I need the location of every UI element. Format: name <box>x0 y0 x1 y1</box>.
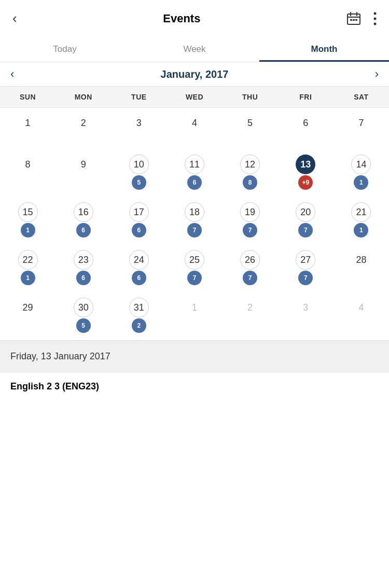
calendar-day[interactable]: 166 <box>55 197 111 245</box>
day-header-sun: SUN <box>0 87 55 107</box>
calendar-day[interactable]: 1 <box>0 108 55 149</box>
date-number: 21 <box>351 202 371 222</box>
page-title: Events <box>163 12 200 25</box>
calendar-day[interactable]: 236 <box>55 245 111 292</box>
calendar-day[interactable]: 9 <box>55 149 111 197</box>
event-count-badge: 6 <box>132 271 146 285</box>
date-number: 10 <box>129 155 149 174</box>
date-number: 2 <box>74 113 93 133</box>
date-number: 28 <box>351 250 371 270</box>
more-options-button[interactable] <box>371 10 379 27</box>
calendar-day[interactable]: 2 <box>223 292 278 340</box>
calendar-day[interactable]: 4 <box>166 108 222 149</box>
next-month-button[interactable]: › <box>365 67 389 81</box>
event-count-badge: 7 <box>243 223 257 237</box>
date-number: 4 <box>185 113 204 133</box>
date-number: 16 <box>74 202 93 222</box>
calendar-day[interactable]: 6 <box>278 108 334 149</box>
prev-month-button[interactable]: ‹ <box>0 67 24 81</box>
event-count-badge: 7 <box>298 271 313 285</box>
event-count-badge: 6 <box>187 175 202 190</box>
date-number: 3 <box>129 113 149 133</box>
calendar-day[interactable]: 3 <box>278 292 334 340</box>
calendar-day[interactable]: 116 <box>166 149 222 197</box>
event-count-badge: 6 <box>132 223 146 237</box>
back-button[interactable]: ‹ <box>10 8 19 29</box>
calendar-day[interactable]: 128 <box>223 149 278 197</box>
date-number: 18 <box>185 202 204 222</box>
calendar-day[interactable]: 151 <box>0 197 55 245</box>
date-number: 30 <box>74 298 93 317</box>
calendar-grid: 12345678910511612813+9141151166176187197… <box>0 108 389 340</box>
svg-rect-4 <box>350 19 352 21</box>
date-number: 31 <box>129 298 149 317</box>
svg-point-9 <box>373 22 376 25</box>
event-count-badge: 7 <box>187 271 202 285</box>
event-count-badge: 1 <box>21 271 35 285</box>
date-number: 17 <box>129 202 149 222</box>
calendar-day[interactable]: 221 <box>0 245 55 292</box>
day-headers: SUN MON TUE WED THU FRI SAT <box>0 87 389 108</box>
event-count-badge: 7 <box>298 223 313 237</box>
event-count-badge: 1 <box>354 223 368 237</box>
date-number: 22 <box>18 250 38 270</box>
day-header-thu: THU <box>223 87 278 107</box>
date-number: 27 <box>296 250 315 270</box>
day-header-wed: WED <box>166 87 222 107</box>
date-number: 6 <box>296 113 315 133</box>
calendar-day[interactable]: 211 <box>334 197 389 245</box>
calendar-day[interactable]: 13+9 <box>278 149 334 197</box>
calendar-day[interactable]: 8 <box>0 149 55 197</box>
calendar-day[interactable]: 176 <box>111 197 166 245</box>
tab-week[interactable]: Week <box>130 37 259 62</box>
calendar-day[interactable]: 1 <box>166 292 222 340</box>
date-number: 15 <box>18 202 38 222</box>
calendar-day[interactable]: 29 <box>0 292 55 340</box>
event-count-badge: 5 <box>132 175 146 190</box>
calendar-day[interactable]: 141 <box>334 149 389 197</box>
header-icons <box>344 9 379 28</box>
calendar-day[interactable]: 305 <box>55 292 111 340</box>
calendar-day[interactable]: 187 <box>166 197 222 245</box>
tab-today[interactable]: Today <box>0 37 130 62</box>
calendar-day[interactable]: 257 <box>166 245 222 292</box>
calendar-day[interactable]: 5 <box>223 108 278 149</box>
event-count-badge: 7 <box>187 223 202 237</box>
event-title: English 2 3 (ENG23) <box>10 381 99 391</box>
date-number: 24 <box>129 250 149 270</box>
date-number: 19 <box>240 202 260 222</box>
calendar-day[interactable]: 277 <box>278 245 334 292</box>
svg-rect-6 <box>355 19 357 21</box>
date-number: 13 <box>296 155 315 174</box>
calendar-day[interactable]: 3 <box>111 108 166 149</box>
calendar-day[interactable]: 2 <box>55 108 111 149</box>
tab-month[interactable]: Month <box>259 37 389 62</box>
calendar-day[interactable]: 7 <box>334 108 389 149</box>
calendar-day[interactable]: 197 <box>223 197 278 245</box>
month-nav: ‹ January, 2017 › <box>0 62 389 87</box>
date-number: 2 <box>240 298 260 317</box>
date-number: 8 <box>18 155 38 174</box>
selected-date-text: Friday, 13 January 2017 <box>10 351 110 361</box>
day-header-sat: SAT <box>334 87 389 107</box>
calendar-icon-button[interactable] <box>344 9 363 28</box>
svg-rect-5 <box>353 19 355 21</box>
date-number: 29 <box>18 298 38 317</box>
calendar-day[interactable]: 246 <box>111 245 166 292</box>
date-number: 12 <box>240 155 260 174</box>
date-number: 14 <box>351 155 371 174</box>
month-title: January, 2017 <box>24 68 364 80</box>
day-header-tue: TUE <box>111 87 166 107</box>
calendar-day[interactable]: 4 <box>334 292 389 340</box>
event-count-badge: 7 <box>243 271 257 285</box>
calendar-day[interactable]: 207 <box>278 197 334 245</box>
calendar-day[interactable]: 312 <box>111 292 166 340</box>
calendar-day[interactable]: 28 <box>334 245 389 292</box>
event-count-badge: 1 <box>21 223 35 237</box>
date-number: 1 <box>185 298 204 317</box>
event-item[interactable]: English 2 3 (ENG23) <box>0 372 389 400</box>
svg-point-7 <box>373 12 376 15</box>
calendar-day[interactable]: 267 <box>223 245 278 292</box>
calendar-day[interactable]: 105 <box>111 149 166 197</box>
header: ‹ Events <box>0 0 389 37</box>
